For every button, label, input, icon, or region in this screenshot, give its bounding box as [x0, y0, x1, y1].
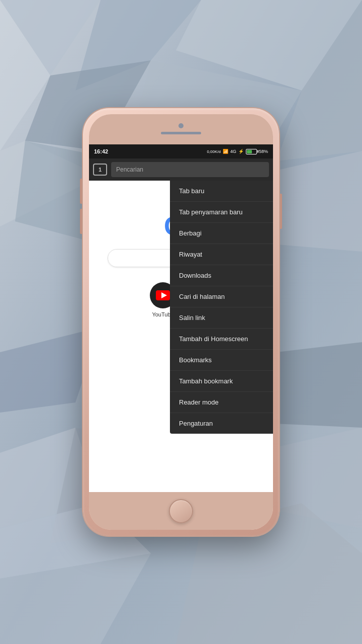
- menu-item-pengaturan[interactable]: Pengaturan: [170, 413, 273, 434]
- speaker-bar: [161, 132, 201, 134]
- battery-icon: [246, 149, 257, 154]
- tab-count-box[interactable]: 1: [93, 164, 107, 176]
- network-speed: 0,00K/d: [207, 149, 221, 154]
- battery-percent: 58%: [259, 149, 268, 154]
- dropdown-menu: Tab baru Tab penyamaran baru Berbagi Riw…: [170, 181, 273, 434]
- battery-fill: [247, 150, 252, 153]
- screen: 16:42 0,00K/d 📶 4G ⚡ 58% 1: [89, 144, 273, 492]
- network-type: 4G: [230, 149, 236, 154]
- address-bar-placeholder: Pencarian: [116, 166, 143, 173]
- volume-down-button[interactable]: [80, 209, 82, 234]
- menu-item-downloads[interactable]: Downloads: [170, 265, 273, 286]
- charging-icon: ⚡: [238, 149, 244, 154]
- camera-dot: [178, 123, 184, 128]
- menu-item-tab-baru[interactable]: Tab baru: [170, 181, 273, 202]
- home-button[interactable]: [169, 499, 193, 523]
- menu-item-reader-mode[interactable]: Reader mode: [170, 392, 273, 413]
- status-right-icons: 0,00K/d 📶 4G ⚡ 58%: [207, 149, 268, 154]
- phone-inner: 16:42 0,00K/d 📶 4G ⚡ 58% 1: [89, 114, 273, 530]
- signal-icon: 📶: [223, 149, 228, 154]
- address-bar[interactable]: Pencarian: [111, 162, 269, 177]
- browser-toolbar: 1 Pencarian: [89, 158, 273, 181]
- menu-item-cari-halaman[interactable]: Cari di halaman: [170, 286, 273, 307]
- phone-frame: 16:42 0,00K/d 📶 4G ⚡ 58% 1: [83, 108, 279, 536]
- menu-item-tab-penyamaran[interactable]: Tab penyamaran baru: [170, 202, 273, 223]
- status-time: 16:42: [94, 148, 108, 154]
- status-bar: 16:42 0,00K/d 📶 4G ⚡ 58%: [89, 144, 273, 158]
- menu-item-tambah-bookmark[interactable]: Tambah bookmark: [170, 371, 273, 392]
- phone-bottom: [89, 492, 273, 530]
- tab-count: 1: [99, 167, 102, 173]
- volume-up-button[interactable]: [80, 179, 82, 204]
- menu-item-salin-link[interactable]: Salin link: [170, 307, 273, 329]
- phone-top-bar: [89, 114, 273, 144]
- menu-item-bookmarks[interactable]: Bookmarks: [170, 350, 273, 371]
- power-button[interactable]: [280, 194, 282, 229]
- menu-item-berbagi[interactable]: Berbagi: [170, 223, 273, 244]
- menu-item-riwayat[interactable]: Riwayat: [170, 244, 273, 265]
- menu-item-tambah-homescreen[interactable]: Tambah di Homescreen: [170, 329, 273, 350]
- browser-content: Go YouTube: [89, 181, 273, 492]
